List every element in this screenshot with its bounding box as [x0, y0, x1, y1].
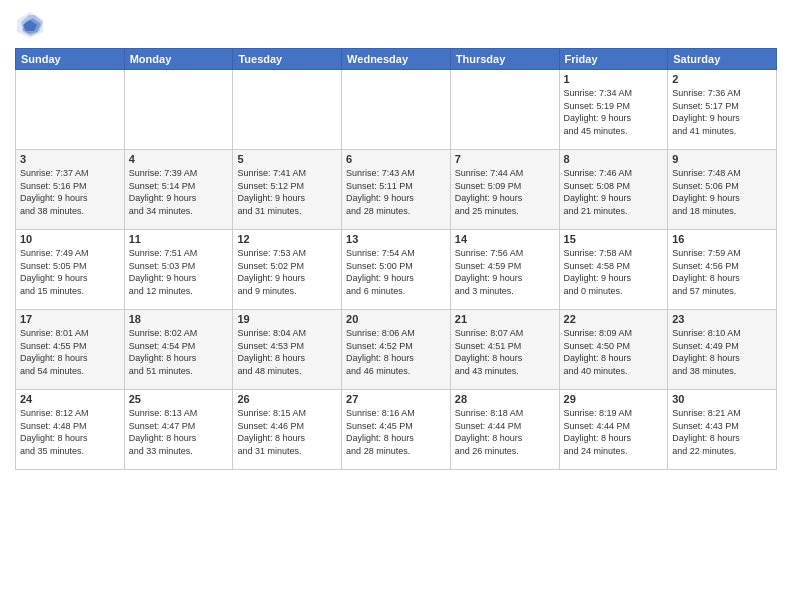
day-info: Sunrise: 7:43 AM Sunset: 5:11 PM Dayligh…: [346, 167, 446, 217]
day-info: Sunrise: 8:18 AM Sunset: 4:44 PM Dayligh…: [455, 407, 555, 457]
calendar-cell: 26Sunrise: 8:15 AM Sunset: 4:46 PM Dayli…: [233, 390, 342, 470]
day-number: 30: [672, 393, 772, 405]
calendar-cell: 10Sunrise: 7:49 AM Sunset: 5:05 PM Dayli…: [16, 230, 125, 310]
day-info: Sunrise: 7:58 AM Sunset: 4:58 PM Dayligh…: [564, 247, 664, 297]
day-info: Sunrise: 8:01 AM Sunset: 4:55 PM Dayligh…: [20, 327, 120, 377]
day-info: Sunrise: 8:09 AM Sunset: 4:50 PM Dayligh…: [564, 327, 664, 377]
day-number: 27: [346, 393, 446, 405]
calendar-cell: 1Sunrise: 7:34 AM Sunset: 5:19 PM Daylig…: [559, 70, 668, 150]
calendar-cell: 16Sunrise: 7:59 AM Sunset: 4:56 PM Dayli…: [668, 230, 777, 310]
calendar-cell: 17Sunrise: 8:01 AM Sunset: 4:55 PM Dayli…: [16, 310, 125, 390]
calendar-header-friday: Friday: [559, 49, 668, 70]
day-number: 7: [455, 153, 555, 165]
calendar-week-4: 17Sunrise: 8:01 AM Sunset: 4:55 PM Dayli…: [16, 310, 777, 390]
day-number: 1: [564, 73, 664, 85]
day-info: Sunrise: 7:36 AM Sunset: 5:17 PM Dayligh…: [672, 87, 772, 137]
calendar-cell: 19Sunrise: 8:04 AM Sunset: 4:53 PM Dayli…: [233, 310, 342, 390]
day-info: Sunrise: 7:46 AM Sunset: 5:08 PM Dayligh…: [564, 167, 664, 217]
day-info: Sunrise: 7:39 AM Sunset: 5:14 PM Dayligh…: [129, 167, 229, 217]
day-info: Sunrise: 7:51 AM Sunset: 5:03 PM Dayligh…: [129, 247, 229, 297]
day-info: Sunrise: 7:44 AM Sunset: 5:09 PM Dayligh…: [455, 167, 555, 217]
calendar-cell: [450, 70, 559, 150]
day-number: 6: [346, 153, 446, 165]
calendar-cell: 21Sunrise: 8:07 AM Sunset: 4:51 PM Dayli…: [450, 310, 559, 390]
day-info: Sunrise: 7:37 AM Sunset: 5:16 PM Dayligh…: [20, 167, 120, 217]
day-number: 28: [455, 393, 555, 405]
day-number: 23: [672, 313, 772, 325]
day-number: 22: [564, 313, 664, 325]
logo: [15, 10, 49, 40]
calendar-cell: 29Sunrise: 8:19 AM Sunset: 4:44 PM Dayli…: [559, 390, 668, 470]
day-info: Sunrise: 7:54 AM Sunset: 5:00 PM Dayligh…: [346, 247, 446, 297]
calendar-cell: 4Sunrise: 7:39 AM Sunset: 5:14 PM Daylig…: [124, 150, 233, 230]
day-number: 13: [346, 233, 446, 245]
calendar-cell: 23Sunrise: 8:10 AM Sunset: 4:49 PM Dayli…: [668, 310, 777, 390]
calendar-header-row: SundayMondayTuesdayWednesdayThursdayFrid…: [16, 49, 777, 70]
day-info: Sunrise: 7:49 AM Sunset: 5:05 PM Dayligh…: [20, 247, 120, 297]
day-number: 12: [237, 233, 337, 245]
day-number: 11: [129, 233, 229, 245]
day-info: Sunrise: 7:53 AM Sunset: 5:02 PM Dayligh…: [237, 247, 337, 297]
day-info: Sunrise: 8:15 AM Sunset: 4:46 PM Dayligh…: [237, 407, 337, 457]
calendar-cell: 14Sunrise: 7:56 AM Sunset: 4:59 PM Dayli…: [450, 230, 559, 310]
calendar-week-1: 1Sunrise: 7:34 AM Sunset: 5:19 PM Daylig…: [16, 70, 777, 150]
calendar-cell: 5Sunrise: 7:41 AM Sunset: 5:12 PM Daylig…: [233, 150, 342, 230]
calendar-cell: 2Sunrise: 7:36 AM Sunset: 5:17 PM Daylig…: [668, 70, 777, 150]
day-info: Sunrise: 8:06 AM Sunset: 4:52 PM Dayligh…: [346, 327, 446, 377]
calendar-header-sunday: Sunday: [16, 49, 125, 70]
day-info: Sunrise: 8:21 AM Sunset: 4:43 PM Dayligh…: [672, 407, 772, 457]
day-number: 9: [672, 153, 772, 165]
day-number: 26: [237, 393, 337, 405]
calendar-week-5: 24Sunrise: 8:12 AM Sunset: 4:48 PM Dayli…: [16, 390, 777, 470]
day-number: 2: [672, 73, 772, 85]
calendar-cell: 6Sunrise: 7:43 AM Sunset: 5:11 PM Daylig…: [342, 150, 451, 230]
day-info: Sunrise: 8:02 AM Sunset: 4:54 PM Dayligh…: [129, 327, 229, 377]
calendar-header-wednesday: Wednesday: [342, 49, 451, 70]
day-number: 18: [129, 313, 229, 325]
day-number: 19: [237, 313, 337, 325]
calendar-cell: [16, 70, 125, 150]
day-number: 15: [564, 233, 664, 245]
day-info: Sunrise: 7:41 AM Sunset: 5:12 PM Dayligh…: [237, 167, 337, 217]
day-info: Sunrise: 7:56 AM Sunset: 4:59 PM Dayligh…: [455, 247, 555, 297]
day-number: 20: [346, 313, 446, 325]
calendar-header-thursday: Thursday: [450, 49, 559, 70]
logo-icon: [15, 10, 45, 40]
day-number: 24: [20, 393, 120, 405]
day-number: 14: [455, 233, 555, 245]
day-info: Sunrise: 8:12 AM Sunset: 4:48 PM Dayligh…: [20, 407, 120, 457]
calendar-cell: [124, 70, 233, 150]
day-number: 4: [129, 153, 229, 165]
calendar-cell: 25Sunrise: 8:13 AM Sunset: 4:47 PM Dayli…: [124, 390, 233, 470]
calendar-header-tuesday: Tuesday: [233, 49, 342, 70]
calendar-cell: 9Sunrise: 7:48 AM Sunset: 5:06 PM Daylig…: [668, 150, 777, 230]
day-info: Sunrise: 7:34 AM Sunset: 5:19 PM Dayligh…: [564, 87, 664, 137]
page: SundayMondayTuesdayWednesdayThursdayFrid…: [0, 0, 792, 612]
calendar-cell: 28Sunrise: 8:18 AM Sunset: 4:44 PM Dayli…: [450, 390, 559, 470]
calendar-cell: 24Sunrise: 8:12 AM Sunset: 4:48 PM Dayli…: [16, 390, 125, 470]
calendar-cell: 12Sunrise: 7:53 AM Sunset: 5:02 PM Dayli…: [233, 230, 342, 310]
calendar-week-2: 3Sunrise: 7:37 AM Sunset: 5:16 PM Daylig…: [16, 150, 777, 230]
calendar-cell: 27Sunrise: 8:16 AM Sunset: 4:45 PM Dayli…: [342, 390, 451, 470]
calendar-cell: 7Sunrise: 7:44 AM Sunset: 5:09 PM Daylig…: [450, 150, 559, 230]
day-info: Sunrise: 7:48 AM Sunset: 5:06 PM Dayligh…: [672, 167, 772, 217]
day-number: 17: [20, 313, 120, 325]
calendar-cell: 15Sunrise: 7:58 AM Sunset: 4:58 PM Dayli…: [559, 230, 668, 310]
calendar-cell: [233, 70, 342, 150]
day-info: Sunrise: 7:59 AM Sunset: 4:56 PM Dayligh…: [672, 247, 772, 297]
calendar-cell: 8Sunrise: 7:46 AM Sunset: 5:08 PM Daylig…: [559, 150, 668, 230]
calendar-cell: [342, 70, 451, 150]
day-number: 3: [20, 153, 120, 165]
day-info: Sunrise: 8:19 AM Sunset: 4:44 PM Dayligh…: [564, 407, 664, 457]
calendar-cell: 20Sunrise: 8:06 AM Sunset: 4:52 PM Dayli…: [342, 310, 451, 390]
calendar-cell: 3Sunrise: 7:37 AM Sunset: 5:16 PM Daylig…: [16, 150, 125, 230]
day-number: 16: [672, 233, 772, 245]
calendar-cell: 11Sunrise: 7:51 AM Sunset: 5:03 PM Dayli…: [124, 230, 233, 310]
calendar-cell: 18Sunrise: 8:02 AM Sunset: 4:54 PM Dayli…: [124, 310, 233, 390]
day-number: 25: [129, 393, 229, 405]
day-number: 29: [564, 393, 664, 405]
day-info: Sunrise: 8:13 AM Sunset: 4:47 PM Dayligh…: [129, 407, 229, 457]
day-info: Sunrise: 8:04 AM Sunset: 4:53 PM Dayligh…: [237, 327, 337, 377]
day-number: 8: [564, 153, 664, 165]
calendar-header-saturday: Saturday: [668, 49, 777, 70]
